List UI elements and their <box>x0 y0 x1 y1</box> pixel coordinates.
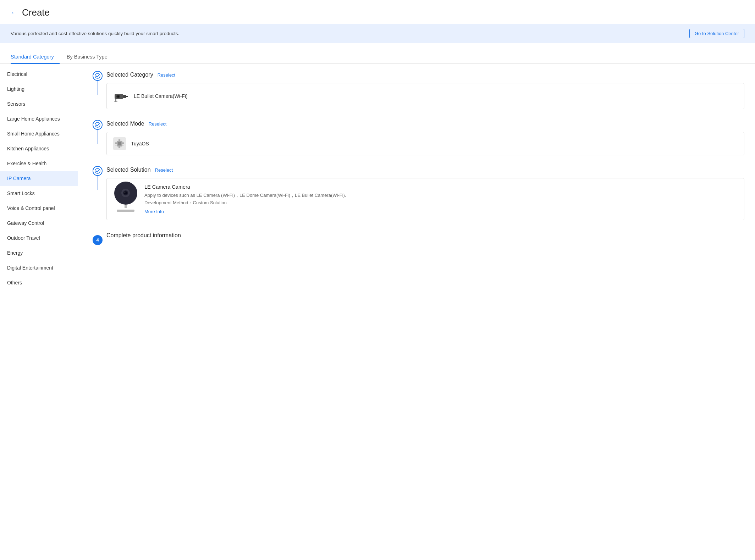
svg-rect-2 <box>123 95 126 98</box>
sidebar-item-smart-locks[interactable]: Smart Locks <box>0 186 78 201</box>
step3-circle <box>93 166 103 176</box>
bullet-camera-svg <box>113 88 129 104</box>
sidebar-item-voice-control[interactable]: Voice & Control panel <box>0 201 78 216</box>
svg-point-29 <box>125 192 126 193</box>
steps-container: Selected Category Reselect <box>89 71 744 249</box>
sidebar-item-kitchen[interactable]: Kitchen Appliances <box>0 141 78 156</box>
step3-row: Selected Solution Reselect <box>89 166 744 231</box>
step3-line <box>97 176 98 190</box>
tuyaos-icon <box>113 137 126 150</box>
tab-by-business-type[interactable]: By Business Type <box>67 50 113 64</box>
go-to-solution-center-button[interactable]: Go to Solution Center <box>689 29 744 38</box>
banner-text: Various perfected and cost-effective sol… <box>11 31 179 36</box>
solution-info: LE Camera Camera Apply to devices such a… <box>144 184 738 214</box>
step3-left <box>89 166 106 190</box>
step2-circle <box>93 120 103 130</box>
step1-row: Selected Category Reselect <box>89 71 744 120</box>
camera-stand <box>114 182 137 212</box>
sidebar-item-gateway[interactable]: Gateway Control <box>0 216 78 231</box>
step4-title: Complete product information <box>106 232 181 238</box>
category-tabs: Standard Category By Business Type <box>0 50 755 64</box>
step4-row: 4 Complete product information <box>89 231 744 249</box>
sidebar-item-exercise[interactable]: Exercise & Health <box>0 156 78 171</box>
camera-neck <box>125 205 127 208</box>
sidebar-item-outdoor[interactable]: Outdoor Travel <box>0 231 78 245</box>
step1-circle <box>93 71 103 81</box>
solution-title: LE Camera Camera <box>144 184 738 190</box>
more-info-button[interactable]: More Info <box>144 209 164 214</box>
sidebar-item-electrical[interactable]: Electrical <box>0 67 78 82</box>
sidebar-item-ip-camera[interactable]: IP Camera <box>0 171 78 186</box>
step4-circle: 4 <box>93 235 103 245</box>
page-header: ← Create <box>0 0 755 24</box>
step4-left: 4 <box>89 235 106 245</box>
checkmark-icon <box>95 73 100 79</box>
solution-desc1: Apply to devices such as LE Camera (Wi-F… <box>144 192 738 199</box>
sidebar-item-sensors[interactable]: Sensors <box>0 96 78 111</box>
sidebar-item-digital-entertainment[interactable]: Digital Entertainment <box>0 260 78 275</box>
solution-banner: Various perfected and cost-effective sol… <box>0 24 755 43</box>
sidebar-item-small-home[interactable]: Small Home Appliances <box>0 126 78 141</box>
step4-content: Complete product information <box>106 231 744 249</box>
step2-content: Selected Mode Reselect <box>106 120 744 166</box>
camera-base <box>117 210 134 212</box>
step2-card: TuyaOS <box>106 132 744 155</box>
step2-header: Selected Mode Reselect <box>106 120 744 127</box>
step3-card: LE Camera Camera Apply to devices such a… <box>106 178 744 220</box>
step1-content: Selected Category Reselect <box>106 71 744 120</box>
page-title: Create <box>22 7 50 18</box>
solution-camera-icon <box>113 184 138 209</box>
step1-item-label: LE Bullet Camera(Wi-Fi) <box>134 93 188 99</box>
step2-reselect-button[interactable]: Reselect <box>149 121 167 127</box>
solution-desc2: Development Method：Custom Solution <box>144 199 738 207</box>
sidebar-item-others[interactable]: Others <box>0 275 78 290</box>
main-layout: Electrical Lighting Sensors Large Home A… <box>0 64 755 560</box>
step3-reselect-button[interactable]: Reselect <box>155 167 173 173</box>
step2-left <box>89 120 106 144</box>
back-button[interactable]: ← <box>11 9 18 17</box>
svg-point-6 <box>118 96 119 97</box>
dome-camera-svg <box>119 186 133 200</box>
step2-line <box>97 130 98 144</box>
step1-line <box>97 81 98 95</box>
step1-left <box>89 71 106 95</box>
step3-content: Selected Solution Reselect <box>106 166 744 231</box>
camera-dome-icon <box>114 182 137 205</box>
step2-item-label: TuyaOS <box>131 141 149 146</box>
svg-rect-8 <box>114 101 117 102</box>
sidebar-item-energy[interactable]: Energy <box>0 245 78 260</box>
sidebar-item-lighting[interactable]: Lighting <box>0 82 78 96</box>
checkmark-icon-2 <box>95 122 100 128</box>
svg-rect-3 <box>126 96 128 97</box>
svg-rect-7 <box>115 99 116 102</box>
category-sidebar: Electrical Lighting Sensors Large Home A… <box>0 64 78 560</box>
checkmark-icon-3 <box>95 168 100 174</box>
step2-row: Selected Mode Reselect <box>89 120 744 166</box>
content-area: Selected Category Reselect <box>78 64 755 560</box>
step3-header: Selected Solution Reselect <box>106 166 744 173</box>
step2-title: Selected Mode <box>106 121 144 127</box>
step1-card: LE Bullet Camera(Wi-Fi) <box>106 83 744 109</box>
svg-rect-11 <box>118 142 121 145</box>
step1-reselect-button[interactable]: Reselect <box>158 72 176 78</box>
sidebar-item-large-home[interactable]: Large Home Appliances <box>0 111 78 126</box>
step1-title: Selected Category <box>106 72 153 78</box>
bullet-camera-icon <box>113 88 129 104</box>
step1-header: Selected Category Reselect <box>106 71 744 78</box>
chip-icon <box>115 139 125 149</box>
tab-standard-category[interactable]: Standard Category <box>11 50 60 64</box>
step3-title: Selected Solution <box>106 167 151 173</box>
